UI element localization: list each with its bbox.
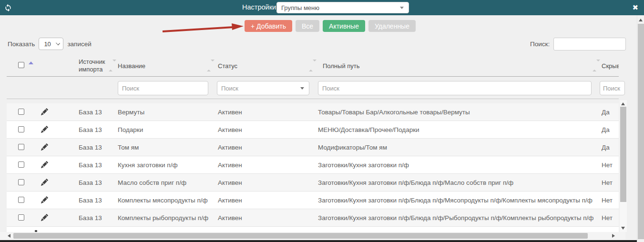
chevron-down-icon xyxy=(300,87,304,90)
cell-source: База 13 xyxy=(79,214,102,222)
scroll-down-arrow[interactable] xyxy=(621,227,625,230)
cell-status: Активен xyxy=(218,197,242,204)
cell-status: Активен xyxy=(218,179,242,186)
cell-status: Активен xyxy=(218,214,242,222)
cell-source: База 13 xyxy=(79,197,102,204)
table-vertical-scrollbar xyxy=(620,100,627,232)
cell-path: Модификаторы/Том ям xyxy=(318,144,387,151)
filter-all-button[interactable]: Все xyxy=(296,20,319,32)
header-divider xyxy=(7,76,619,77)
cell-path: Заготовки/Кухня заготовки п/ф/Блюда п/ф/… xyxy=(318,214,593,222)
filter-hide-input[interactable] xyxy=(600,81,625,95)
cell-status: Активен xyxy=(218,126,242,133)
row-checkbox[interactable] xyxy=(18,126,24,132)
cell-hide: Да xyxy=(602,109,610,116)
row-checkbox[interactable] xyxy=(18,144,24,150)
select-all-checkbox[interactable] xyxy=(18,62,24,68)
edit-pencil-icon[interactable] xyxy=(41,108,49,116)
scroll-up-arrow[interactable] xyxy=(639,19,643,21)
cell-name: Подарки xyxy=(118,126,143,133)
partial-table-row xyxy=(7,227,619,232)
close-icon[interactable]: ✖ xyxy=(632,3,638,12)
edit-pencil-icon[interactable] xyxy=(41,126,49,133)
modal-title: Настройки xyxy=(242,3,276,11)
filter-status-select[interactable]: Поиск xyxy=(217,81,309,95)
scroll-right-arrow[interactable] xyxy=(612,234,615,238)
filter-active-button[interactable]: Активные xyxy=(323,20,365,32)
cell-name: Том ям xyxy=(118,144,139,151)
records-label: записей xyxy=(67,40,91,48)
column-header-path[interactable]: Полный путь xyxy=(323,62,360,70)
cell-source: База 13 xyxy=(79,109,102,116)
sort-icon[interactable] xyxy=(593,61,596,70)
dropdown-selected-value: Группы меню xyxy=(281,4,319,11)
scroll-left-arrow[interactable] xyxy=(8,234,10,238)
cell-hide: Нет xyxy=(602,161,613,169)
table-row: База 13 Масло собств приг п/ф Активен За… xyxy=(7,174,619,192)
cell-status: Активен xyxy=(218,161,242,169)
cell-name: Вермуты xyxy=(118,109,144,116)
cell-source: База 13 xyxy=(79,161,102,169)
settings-section-dropdown[interactable]: Группы меню xyxy=(276,2,409,13)
search-label: Поиск: xyxy=(530,40,550,48)
row-checkbox[interactable] xyxy=(18,214,24,221)
edit-pencil-icon[interactable] xyxy=(41,196,49,204)
cell-source: База 13 xyxy=(79,144,102,151)
cell-path: Товары/Товары Бар/Алкогольные товары/Вер… xyxy=(318,109,470,116)
row-checkbox[interactable] xyxy=(18,109,24,115)
scroll-up-arrow[interactable] xyxy=(621,102,625,105)
filter-name-input[interactable] xyxy=(118,81,208,95)
cell-status: Активен xyxy=(218,144,242,151)
table-row: База 13 Кухня заготовки п/ф Активен Заго… xyxy=(7,156,619,174)
table-row: База 13 Подарки Активен МЕНЮ/Доставка/Пр… xyxy=(7,121,619,139)
search-input[interactable] xyxy=(553,38,626,50)
edit-pencil-icon[interactable] xyxy=(41,214,49,222)
page-size-select[interactable]: 10 xyxy=(39,38,63,50)
edit-pencil-icon[interactable] xyxy=(41,179,49,186)
filter-path-input[interactable] xyxy=(318,81,592,95)
global-search: Поиск: xyxy=(530,38,626,50)
chevron-down-icon xyxy=(400,7,404,9)
column-header-status[interactable]: Статус xyxy=(218,62,237,70)
cell-source: База 13 xyxy=(79,179,102,186)
scrollbar-thumb[interactable] xyxy=(620,107,626,202)
sort-icon[interactable] xyxy=(207,61,211,70)
cell-status: Активен xyxy=(218,109,242,116)
page-vertical-scrollbar xyxy=(637,15,644,242)
cell-path: Заготовки/Кухня заготовки п/ф/Блюда п/ф/… xyxy=(318,197,593,204)
scrollbar-thumb[interactable] xyxy=(638,24,644,239)
filter-deleted-button[interactable]: Удаленные xyxy=(368,20,416,32)
scrollbar-thumb[interactable] xyxy=(13,233,588,239)
table-body: База 13 Вермуты Активен Товары/Товары Ба… xyxy=(7,103,619,227)
sort-icon[interactable] xyxy=(309,61,313,70)
table-row: База 13 Том ям Активен Модификаторы/Том … xyxy=(7,139,619,156)
cell-name: Комплекты мясопродукты п/ф xyxy=(118,197,208,204)
add-button[interactable]: + Добавить xyxy=(245,20,292,32)
horizontal-scrollbar xyxy=(0,232,625,240)
column-header-name[interactable]: Название xyxy=(118,62,145,70)
sort-icon[interactable] xyxy=(109,61,112,70)
edit-pencil-icon[interactable] xyxy=(41,143,49,151)
edit-pencil-icon[interactable] xyxy=(41,161,49,169)
sort-ascending-icon[interactable] xyxy=(29,61,33,64)
column-header-source[interactable]: Источник импорта xyxy=(79,58,112,73)
refresh-icon[interactable] xyxy=(4,3,12,12)
row-checkbox[interactable] xyxy=(18,197,24,203)
page-bottom-edge xyxy=(0,240,637,242)
cell-source: База 13 xyxy=(79,126,102,133)
toolbar: + Добавить Все Активные Удаленные xyxy=(245,20,416,32)
cell-hide: Да xyxy=(602,144,610,151)
cell-path: Заготовки/Кухня заготовки п/ф/Блюда п/ф/… xyxy=(318,179,513,186)
table-row: База 13 Комплекты рыбопродукты п/ф Актив… xyxy=(7,209,619,227)
page-size-control: Показать 10 записей xyxy=(8,38,92,50)
filter-divider xyxy=(7,99,619,99)
column-header-hide[interactable]: Скрыва xyxy=(602,62,619,70)
row-checkbox[interactable] xyxy=(18,179,24,185)
cell-hide: Да xyxy=(602,126,610,133)
modal-title-bar: Настройки Группы меню ✖ xyxy=(0,0,644,15)
cell-name: Масло собств приг п/ф xyxy=(118,179,186,186)
cell-name: Комплекты рыбопродукты п/ф xyxy=(118,214,208,222)
cell-hide: Нет xyxy=(602,179,613,186)
row-checkbox[interactable] xyxy=(18,161,24,168)
settings-modal: Настройки Группы меню ✖ + Добавить Все А… xyxy=(0,0,644,242)
